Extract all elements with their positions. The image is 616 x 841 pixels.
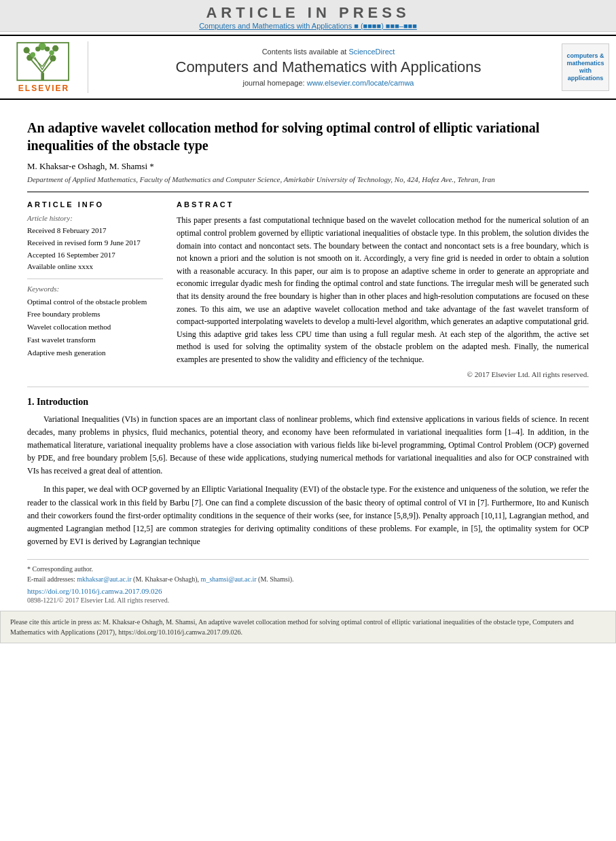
keyword-5: Adaptive mesh generation [27,346,163,359]
email1-link[interactable]: mkhaksar@aut.ac.ir [77,575,131,583]
divider [27,279,163,279]
aip-journal-ref: Computers and Mathematics with Applicati… [0,22,616,30]
article-info-abstract: ARTICLE INFO Article history: Received 8… [27,192,589,387]
homepage-link[interactable]: www.elsevier.com/locate/camwa [307,79,414,87]
aip-title: ARTICLE IN PRESS [0,4,616,22]
revised-date: Received in revised form 9 June 2017 [27,237,163,249]
thumb-title1: computers & [566,52,604,60]
footer-notes: * Corresponding author. E-mail addresses… [27,559,589,604]
article-title: An adaptive wavelet collocation method f… [27,119,589,154]
elsevier-label: ELSEVIER [18,84,69,93]
sciencedirect-line: Contents lists available at ScienceDirec… [95,48,562,56]
svg-point-14 [35,46,40,51]
introduction-section: 1. Introduction Variational Inequalities… [27,397,589,549]
available-date: Available online xxxx [27,261,163,273]
journal-center: Contents lists available at ScienceDirec… [95,48,562,87]
svg-point-15 [44,46,49,51]
article-info-col: ARTICLE INFO Article history: Received 8… [27,200,163,378]
keyword-2: Free boundary problems [27,308,163,321]
keyword-1: Optimal control of the obstacle problem [27,296,163,308]
accepted-date: Accepted 16 September 2017 [27,249,163,262]
keyword-4: Fast wavelet transform [27,334,163,346]
intro-para2: In this paper, we deal with OCP governed… [27,483,589,548]
history-label: Article history: [27,214,163,222]
authors: M. Khaksar-e Oshagh, M. Shamsi * [27,161,589,172]
svg-point-11 [23,47,29,53]
main-content: An adaptive wavelet collocation method f… [0,100,616,604]
doi-link[interactable]: https://doi.org/10.1016/j.camwa.2017.09.… [27,587,589,595]
svg-point-8 [50,55,56,61]
thumb-title3: with applications [565,67,606,82]
thumb-title2: mathematics [566,60,604,67]
svg-point-12 [52,46,58,52]
intro-heading: 1. Introduction [27,397,589,408]
abstract-text: This paper presents a fast computational… [177,214,589,365]
journal-homepage: journal homepage: www.elsevier.com/locat… [95,79,562,87]
journal-thumb: computers & mathematics with application… [562,43,609,91]
aip-banner: ARTICLE IN PRESS Computers and Mathemati… [0,0,616,32]
email-note: E-mail addresses: mkhaksar@aut.ac.ir (M.… [27,574,589,584]
sciencedirect-link[interactable]: ScienceDirect [348,48,395,56]
abstract-col: ABSTRACT This paper presents a fast comp… [177,200,589,378]
svg-point-9 [30,52,35,57]
svg-point-10 [49,50,54,55]
journal-header: ELSEVIER Contents lists available at Sci… [0,35,616,100]
article-info-label: ARTICLE INFO [27,200,163,209]
copyright: © 2017 Elsevier Ltd. All rights reserved… [177,370,589,378]
intro-para1: Variational Inequalities (VIs) in functi… [27,413,589,478]
elsevier-logo: ELSEVIER [7,41,88,93]
affiliation: Department of Applied Mathematics, Facul… [27,175,589,185]
email2-link[interactable]: m_shamsi@aut.ac.ir [201,575,257,583]
journal-title-header: Computers and Mathematics with Applicati… [95,58,562,76]
issn-line: 0898-1221/© 2017 Elsevier Ltd. All right… [27,596,589,604]
svg-rect-0 [41,73,44,80]
page-wrapper: ARTICLE IN PRESS Computers and Mathemati… [0,0,616,841]
citation-bar: Please cite this article in press as: M.… [0,611,616,643]
abstract-label: ABSTRACT [177,200,589,209]
keyword-3: Wavelet collocation method [27,321,163,334]
corresponding-note: * Corresponding author. [27,564,589,574]
received-date: Received 8 February 2017 [27,225,163,237]
elsevier-tree-icon [14,41,75,82]
keywords-label: Keywords: [27,285,163,293]
